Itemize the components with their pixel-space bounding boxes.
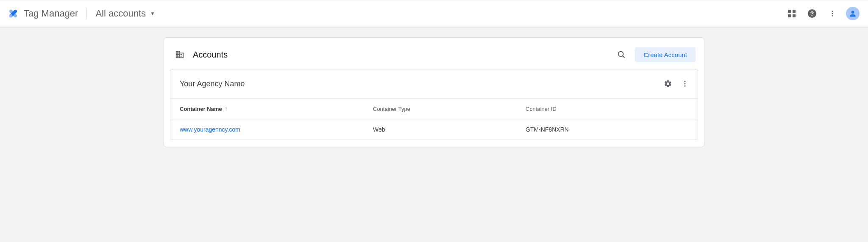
- accounts-title: Accounts: [193, 50, 228, 60]
- agency-header: Your Agency Name: [170, 69, 698, 99]
- more-vert-icon[interactable]: [824, 5, 841, 22]
- accounts-card: Accounts Create Account Your Agency Name: [164, 37, 704, 147]
- apps-icon[interactable]: [783, 5, 800, 22]
- svg-point-10: [832, 13, 833, 14]
- table-header-row: Container Name ↑ Container Type Containe…: [170, 99, 698, 119]
- column-header-id[interactable]: Container ID: [526, 106, 688, 112]
- domain-icon: [175, 50, 184, 59]
- more-vert-icon[interactable]: [676, 75, 693, 92]
- top-bar: Tag Manager All accounts ▼ ?: [0, 0, 868, 27]
- svg-point-15: [684, 81, 686, 82]
- accounts-dropdown[interactable]: All accounts ▼: [95, 8, 155, 19]
- svg-point-9: [832, 11, 833, 12]
- container-id: GTM-NF8NXRN: [526, 126, 688, 133]
- container-name-link[interactable]: www.youragenncy.com: [180, 126, 240, 133]
- create-account-button[interactable]: Create Account: [635, 47, 696, 62]
- main-content: Accounts Create Account Your Agency Name: [159, 27, 709, 164]
- svg-point-17: [684, 85, 686, 87]
- svg-rect-5: [788, 14, 791, 17]
- table-row: www.youragenncy.com Web GTM-NF8NXRN: [170, 119, 698, 140]
- container-type: Web: [373, 126, 526, 133]
- sort-asc-icon: ↑: [225, 105, 228, 112]
- agency-name: Your Agency Name: [180, 80, 245, 88]
- accounts-card-header: Accounts Create Account: [170, 44, 698, 69]
- svg-line-14: [623, 56, 624, 58]
- search-icon[interactable]: [613, 46, 630, 63]
- svg-point-16: [684, 83, 686, 85]
- app-title: Tag Manager: [24, 8, 78, 19]
- svg-point-11: [832, 15, 833, 16]
- accounts-dropdown-label: All accounts: [95, 8, 146, 19]
- svg-rect-4: [793, 10, 796, 13]
- gear-icon[interactable]: [659, 75, 676, 92]
- account-avatar[interactable]: [844, 5, 861, 22]
- tag-manager-logo-icon: [7, 7, 19, 20]
- svg-rect-3: [788, 10, 791, 13]
- column-header-name[interactable]: Container Name ↑: [180, 105, 373, 112]
- vertical-divider: [86, 8, 87, 19]
- svg-point-12: [851, 11, 854, 14]
- svg-text:?: ?: [810, 11, 814, 17]
- chevron-down-icon: ▼: [150, 11, 155, 16]
- topbar-actions: ?: [783, 5, 861, 22]
- column-header-name-label: Container Name: [180, 106, 222, 112]
- help-icon[interactable]: ?: [804, 5, 821, 22]
- agency-card: Your Agency Name Container Name ↑: [170, 69, 698, 140]
- svg-rect-6: [793, 14, 796, 17]
- column-header-type[interactable]: Container Type: [373, 106, 526, 112]
